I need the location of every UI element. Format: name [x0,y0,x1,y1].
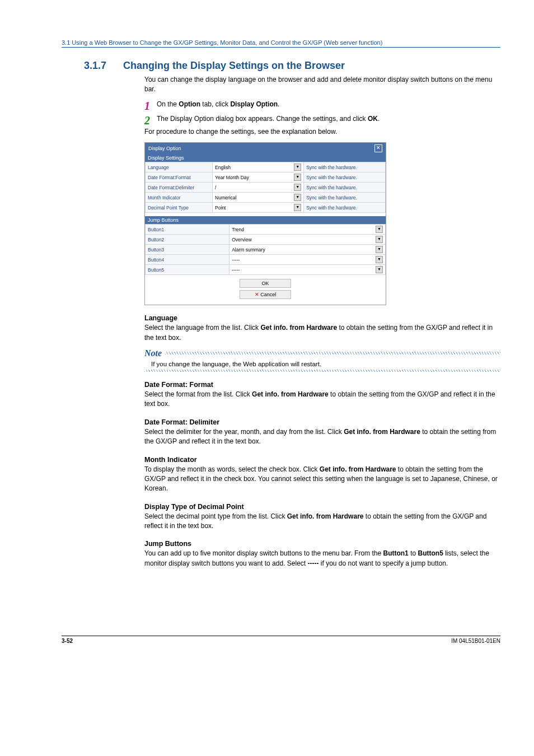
chevron-down-icon: ▼ [376,256,383,263]
step-2-text2: . [378,115,380,123]
step-2-line2: For procedure to change the settings, se… [144,127,500,137]
decimal-heading: Display Type of Decimal Point [144,503,500,511]
hatch-bottom [144,370,500,372]
button-label: Button3 [146,245,229,255]
button-select[interactable]: Trend▼ [232,226,383,233]
chevron-down-icon: ▼ [294,184,301,191]
dialog-title: Display Option [148,146,181,151]
setting-select[interactable]: Numerical▼ [215,194,301,201]
note-box: Note If you change the language, the Web… [144,348,500,372]
jump-buttons-header: Jump Buttons [145,216,386,224]
button-label: Button1 [146,225,229,235]
button-label: Button5 [146,265,229,275]
section-heading: 3.1.7 Changing the Display Settings on t… [62,60,500,72]
setting-label: Date Format:Delimiter [146,183,213,193]
delimiter-paragraph: Select the delimiter for the year, month… [144,427,500,447]
format-heading: Date Format: Format [144,381,500,389]
step-1-text2: tab, click [200,100,230,108]
display-option-dialog: Display Option ✕ Display Settings Langua… [144,142,386,305]
note-text: If you change the language, the Web appl… [144,358,500,370]
chevron-down-icon: ▼ [294,164,301,171]
page-footer: 3-52 IM 04L51B01-01EN [62,636,500,644]
decimal-paragraph: Select the decimal point type from the l… [144,512,500,531]
step-2-bold: OK [368,115,378,123]
hatch-top [165,352,500,354]
button-select[interactable]: -----▼ [232,256,383,263]
setting-select[interactable]: English▼ [215,164,301,171]
setting-label: Language [146,162,213,172]
setting-select[interactable]: Point▼ [215,204,301,211]
jump-paragraph: You can add up to five monitor display s… [144,549,500,568]
button-select[interactable]: Overview▼ [232,236,383,243]
step-2: 2 The Display Option dialog box appears.… [144,115,500,126]
button-label: Button4 [146,255,229,265]
chevron-down-icon: ▼ [294,194,301,201]
step-2-text: The Display Option dialog box appears. C… [157,115,368,123]
step-1-bold2: Display Option [230,100,278,108]
step-1-bold1: Option [179,100,200,108]
setting-label: Month Indicator [146,193,213,203]
setting-label: Date Format:Format [146,172,213,183]
sync-action[interactable]: Sync with the hardware. [304,203,386,213]
intro-paragraph: You can change the display language on t… [144,75,500,95]
cancel-label: Cancel [260,292,276,297]
sync-action[interactable]: Sync with the hardware. [304,193,386,203]
chevron-down-icon: ▼ [376,246,383,253]
month-paragraph: To display the month as words, select th… [144,465,500,494]
month-heading: Month Indicator [144,456,500,464]
setting-label: Decimal Point Type [146,203,213,213]
cancel-button[interactable]: ✕ Cancel [240,290,291,299]
chevron-down-icon: ▼ [376,226,383,233]
section-title: Changing the Display Settings on the Bro… [123,60,345,72]
running-header: 3.1 Using a Web Browser to Change the GX… [62,39,500,48]
button-label: Button2 [146,235,229,245]
display-settings-header: Display Settings [145,154,386,162]
step-1-number: 1 [144,100,157,111]
setting-select[interactable]: Year Month Day▼ [215,174,301,181]
section-number: 3.1.7 [62,60,123,72]
jump-heading: Jump Buttons [144,540,500,548]
delimiter-heading: Date Format: Delimiter [144,418,500,426]
chevron-down-icon: ▼ [376,236,383,243]
chevron-down-icon: ▼ [294,204,301,211]
setting-select[interactable]: /▼ [215,184,301,191]
chevron-down-icon: ▼ [376,266,383,273]
step-1: 1 On the Option tab, click Display Optio… [144,100,500,111]
page-number: 3-52 [62,638,73,644]
doc-id: IM 04L51B01-01EN [451,638,500,644]
language-heading: Language [144,314,500,322]
button-select[interactable]: -----▼ [232,266,383,273]
note-label: Note [144,348,162,358]
sync-action[interactable]: Sync with the hardware. [304,172,386,183]
close-icon[interactable]: ✕ [374,144,382,152]
ok-button[interactable]: OK [240,279,291,288]
sync-action[interactable]: Sync with the hardware. [304,183,386,193]
button-select[interactable]: Alarm summary▼ [232,246,383,253]
chevron-down-icon: ▼ [294,174,301,181]
step-1-text3: . [278,100,279,108]
step-2-number: 2 [144,115,157,126]
format-paragraph: Select the format from the list. Click G… [144,390,500,409]
step-1-text: On the [157,100,179,108]
language-paragraph: Select the language from the list. Click… [144,323,500,343]
sync-action[interactable]: Sync with the hardware. [304,162,386,172]
